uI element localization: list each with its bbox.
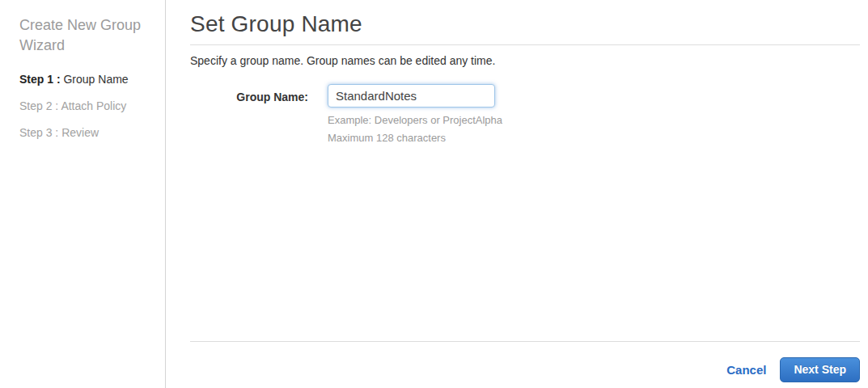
group-name-input[interactable] (328, 84, 495, 108)
step-3-prefix: Step 3 : (19, 126, 58, 139)
group-name-form-row: Group Name: Example: Developers or Proje… (190, 84, 860, 145)
cancel-button[interactable]: Cancel (726, 363, 766, 377)
step-2-label: Attach Policy (58, 99, 126, 112)
step-1-prefix: Step 1 : (19, 73, 61, 86)
page-description: Specify a group name. Group names can be… (190, 54, 860, 67)
wizard-title: Create New Group Wizard (19, 15, 150, 56)
create-group-wizard-window: Create New Group Wizard Step 1 : Group N… (0, 0, 868, 388)
page-title: Set Group Name (190, 11, 860, 37)
wizard-step-attach-policy[interactable]: Step 2 : Attach Policy (19, 100, 150, 112)
wizard-step-group-name[interactable]: Step 1 : Group Name (19, 74, 150, 85)
wizard-sidebar: Create New Group Wizard Step 1 : Group N… (0, 0, 166, 388)
step-3-label: Review (58, 126, 99, 139)
group-name-field-column: Example: Developers or ProjectAlpha Maxi… (328, 84, 502, 145)
group-name-maxlength-hint: Maximum 128 characters (328, 132, 502, 145)
step-2-prefix: Step 2 : (19, 99, 58, 112)
wizard-step-review[interactable]: Step 3 : Review (19, 127, 150, 138)
group-name-example-hint: Example: Developers or ProjectAlpha (328, 114, 502, 127)
wizard-steps-list: Step 1 : Group Name Step 2 : Attach Poli… (19, 74, 150, 138)
wizard-footer: Cancel Next Step (190, 341, 860, 388)
group-name-label: Group Name: (190, 84, 328, 103)
step-1-label: Group Name (61, 73, 129, 86)
wizard-main-panel: Set Group Name Specify a group name. Gro… (166, 0, 868, 388)
title-divider (190, 44, 860, 45)
next-step-button[interactable]: Next Step (780, 357, 860, 382)
